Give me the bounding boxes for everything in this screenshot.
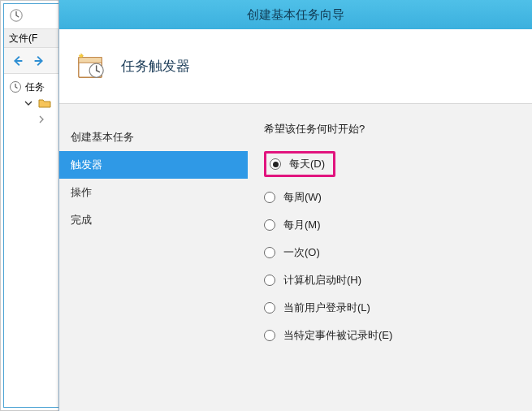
radio-icon[interactable] <box>264 330 275 341</box>
radio-label: 每天(D) <box>289 157 325 171</box>
tree-collapse-icon[interactable] <box>22 97 35 110</box>
radio-icon[interactable] <box>264 219 275 231</box>
radio-icon[interactable] <box>270 158 281 170</box>
wizard-step-label: 触发器 <box>71 158 102 171</box>
wizard-step-label: 操作 <box>71 186 92 198</box>
radio-label: 计算机启动时(H) <box>283 273 361 288</box>
nav-back-button[interactable] <box>9 52 27 70</box>
menu-file[interactable]: 文件(F <box>9 32 37 45</box>
create-basic-task-wizard: 创建基本任务向导 任务触发器 创建基本任务触发器操作完成 希望该任务何时开始? … <box>58 0 532 411</box>
trigger-option-once[interactable]: 一次(O) <box>264 245 516 260</box>
wizard-titlebar: 创建基本任务向导 <box>59 0 532 29</box>
folder-icon <box>38 97 51 110</box>
radio-label: 每周(W) <box>283 190 322 205</box>
clock-icon <box>9 80 22 93</box>
radio-icon[interactable] <box>264 302 275 314</box>
trigger-question: 希望该任务何时开始? <box>264 122 516 136</box>
app-clock-icon <box>9 8 24 25</box>
wizard-step-item[interactable]: 创建基本任务 <box>59 123 248 151</box>
radio-icon[interactable] <box>264 247 275 258</box>
radio-label: 当前用户登录时(L) <box>283 301 370 315</box>
trigger-radio-group: 每天(D)每周(W)每月(M)一次(O)计算机启动时(H)当前用户登录时(L)当… <box>264 151 516 343</box>
wizard-step-item[interactable]: 触发器 <box>59 151 248 179</box>
wizard-header-title: 任务触发器 <box>121 57 190 76</box>
wizard-title: 创建基本任务向导 <box>247 7 344 23</box>
wizard-step-label: 创建基本任务 <box>71 131 134 143</box>
wizard-schedule-icon <box>76 51 106 82</box>
radio-icon[interactable] <box>264 192 275 203</box>
radio-label: 一次(O) <box>283 245 320 260</box>
wizard-step-label: 完成 <box>71 214 92 226</box>
radio-label: 每月(M) <box>283 218 321 232</box>
wizard-header: 任务触发器 <box>59 29 532 104</box>
wizard-step-list: 创建基本任务触发器操作完成 <box>59 104 248 411</box>
trigger-option-weekly[interactable]: 每周(W) <box>264 190 516 205</box>
wizard-body: 创建基本任务触发器操作完成 希望该任务何时开始? 每天(D)每周(W)每月(M)… <box>59 104 532 411</box>
wizard-step-item[interactable]: 操作 <box>59 179 248 206</box>
tree-root-label: 任务 <box>25 80 45 94</box>
trigger-option-logon[interactable]: 当前用户登录时(L) <box>264 301 516 315</box>
nav-forward-button[interactable] <box>30 52 48 70</box>
trigger-option-event[interactable]: 当特定事件被记录时(E) <box>264 328 516 343</box>
wizard-step-item[interactable]: 完成 <box>59 206 248 234</box>
tree-expand-icon[interactable] <box>35 113 48 126</box>
svg-rect-3 <box>79 57 102 63</box>
trigger-option-startup[interactable]: 计算机启动时(H) <box>264 273 516 288</box>
radio-icon[interactable] <box>264 275 275 286</box>
trigger-option-monthly[interactable]: 每月(M) <box>264 218 516 232</box>
wizard-content: 希望该任务何时开始? 每天(D)每周(W)每月(M)一次(O)计算机启动时(H)… <box>248 104 532 411</box>
trigger-option-daily[interactable]: 每天(D) <box>264 151 335 177</box>
radio-label: 当特定事件被记录时(E) <box>283 328 392 343</box>
